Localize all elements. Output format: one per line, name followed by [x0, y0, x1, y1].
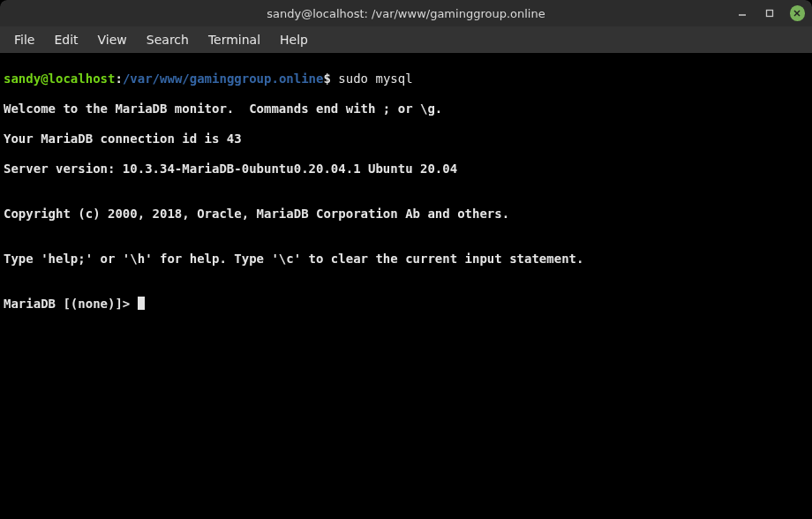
output-line: Copyright (c) 2000, 2018, Oracle, MariaD…: [4, 207, 808, 222]
output-line: Type 'help;' or '\h' for help. Type '\c'…: [4, 252, 808, 267]
prompt-marker: $: [323, 71, 330, 86]
db-prompt-line: MariaDB [(none)]>: [4, 297, 808, 312]
menu-help[interactable]: Help: [271, 29, 317, 50]
window-title: sandy@localhost: /var/www/gaminggroup.on…: [78, 7, 734, 20]
terminal-area[interactable]: sandy@localhost:/var/www/gaminggroup.onl…: [0, 53, 812, 519]
prompt-user-host: sandy@localhost: [4, 71, 115, 86]
output-line: Welcome to the MariaDB monitor. Commands…: [4, 102, 808, 117]
menu-view[interactable]: View: [89, 29, 136, 50]
titlebar: sandy@localhost: /var/www/gaminggroup.on…: [0, 0, 812, 26]
close-button[interactable]: [790, 5, 805, 21]
minimize-button[interactable]: [734, 5, 749, 21]
output-line: Server version: 10.3.34-MariaDB-0ubuntu0…: [4, 162, 808, 177]
menu-search[interactable]: Search: [138, 29, 198, 50]
maximize-button[interactable]: [762, 5, 777, 21]
menu-terminal[interactable]: Terminal: [199, 29, 269, 50]
output-line: Your MariaDB connection id is 43: [4, 132, 808, 147]
prompt-path: /var/www/gaminggroup.online: [123, 71, 324, 86]
db-prompt: MariaDB [(none)]>: [4, 297, 138, 311]
prompt-sep: :: [115, 71, 122, 86]
window-controls: [734, 5, 805, 21]
menubar: File Edit View Search Terminal Help: [0, 26, 812, 53]
prompt-line: sandy@localhost:/var/www/gaminggroup.onl…: [4, 71, 808, 86]
command-text: sudo mysql: [338, 71, 412, 86]
svg-rect-1: [767, 11, 773, 17]
cursor-icon: [138, 297, 145, 310]
menu-file[interactable]: File: [5, 29, 43, 50]
menu-edit[interactable]: Edit: [45, 29, 86, 50]
